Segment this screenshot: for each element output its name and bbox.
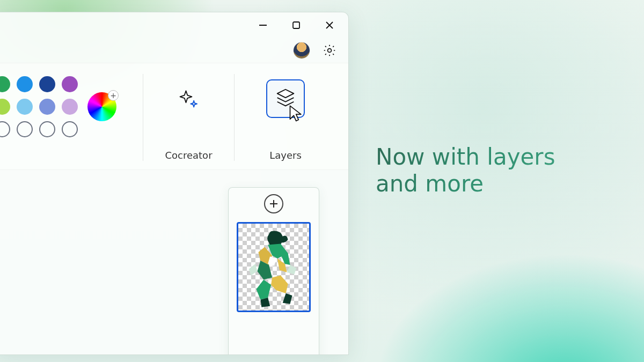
color-swatch-empty[interactable] (0, 121, 10, 137)
plus-icon: + (108, 90, 119, 101)
promo-line-2: and more (376, 171, 612, 197)
layers-button[interactable] (266, 79, 305, 118)
minimize-button[interactable] (248, 14, 277, 36)
layers-panel (228, 187, 319, 355)
color-picker-button[interactable]: + (87, 92, 116, 121)
color-swatch[interactable] (0, 99, 10, 115)
color-swatch-empty[interactable] (62, 121, 78, 137)
cocreator-label: Cocreator (165, 150, 212, 161)
layers-label: Layers (269, 150, 302, 161)
settings-button[interactable] (321, 42, 338, 58)
color-swatches (0, 76, 80, 139)
color-swatch[interactable] (17, 76, 33, 92)
sparkle-icon (177, 87, 201, 110)
maximize-icon (291, 20, 301, 30)
ribbon: + Cocreator (0, 63, 348, 170)
cocreator-group: Cocreator (143, 74, 235, 161)
titlebar (0, 12, 348, 38)
color-swatch-empty[interactable] (17, 121, 33, 137)
minimize-icon (258, 20, 268, 30)
add-layer-button[interactable] (264, 194, 283, 213)
layer-thumbnail[interactable] (237, 222, 311, 312)
account-avatar-button[interactable] (294, 42, 310, 58)
gear-icon (323, 43, 336, 57)
color-swatch[interactable] (39, 99, 55, 115)
svg-point-4 (328, 49, 332, 53)
layer-art-icon (239, 227, 308, 312)
svg-rect-1 (293, 22, 299, 28)
promo-headline: Now with layers and more (376, 144, 612, 198)
colors-group: + (0, 74, 143, 161)
color-swatch[interactable] (62, 76, 78, 92)
layers-group: Layers (235, 74, 336, 161)
layers-stack-icon (273, 86, 298, 111)
color-swatch[interactable] (17, 99, 33, 115)
paint-app-window: + Cocreator (0, 12, 349, 355)
color-swatch-empty[interactable] (39, 121, 55, 137)
close-icon (325, 20, 334, 30)
maximize-button[interactable] (282, 14, 311, 36)
color-swatch[interactable] (39, 76, 55, 92)
avatar-icon (294, 42, 310, 58)
account-bar (0, 38, 348, 63)
color-swatch[interactable] (0, 76, 10, 92)
promo-line-1: Now with layers (376, 144, 612, 171)
color-swatch[interactable] (62, 99, 78, 115)
cocreator-button[interactable] (170, 79, 208, 118)
plus-icon (268, 198, 279, 209)
close-button[interactable] (315, 14, 344, 36)
